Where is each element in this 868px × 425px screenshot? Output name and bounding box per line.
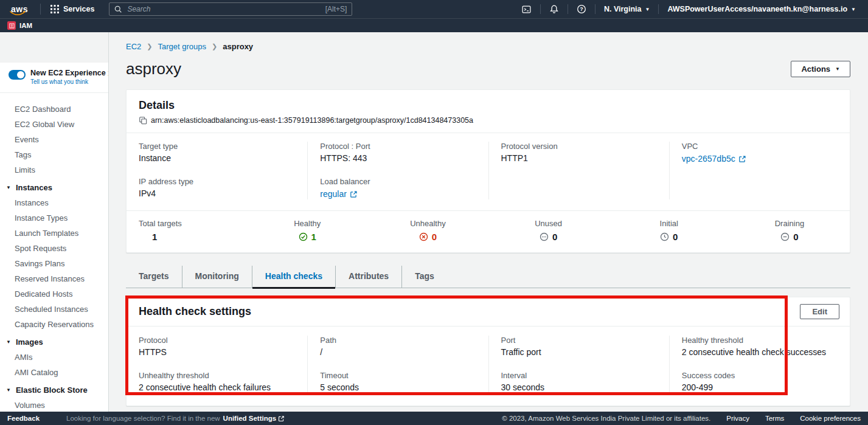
topbar-separator	[595, 4, 595, 14]
sidebar-item-reserved-instances[interactable]: Reserved Instances	[0, 271, 108, 286]
sidebar-item-scheduled-instances[interactable]: Scheduled Instances	[0, 302, 108, 317]
sidebar-section-elastic-block-store[interactable]: ▼ Elastic Block Store	[0, 380, 108, 398]
vpc-link[interactable]: vpc-2657db5c	[682, 154, 746, 164]
search-input[interactable]	[127, 5, 320, 13]
sidebar-item-capacity-reservations[interactable]: Capacity Reservations	[0, 317, 108, 332]
iam-shortcut[interactable]: IAM	[7, 21, 32, 30]
stat-value: 0	[552, 232, 557, 242]
tab-tags[interactable]: Tags	[401, 266, 447, 288]
sidebar-item-limits[interactable]: Limits	[0, 162, 108, 178]
search-icon	[114, 5, 122, 13]
feedback-button[interactable]: Feedback	[7, 415, 40, 422]
cloudshell-button[interactable]	[515, 5, 538, 14]
main-content: EC2 ❯ Target groups ❯ asproxy asproxy Ac…	[109, 32, 868, 412]
sidebar-item-amis[interactable]: AMIs	[0, 350, 108, 365]
field-label: Success codes	[682, 371, 838, 380]
topbar-separator	[540, 4, 541, 14]
sidebar-nav: EC2 Dashboard EC2 Global View Events Tag…	[0, 93, 108, 412]
health-check-heading: Health check settings	[139, 305, 251, 318]
close-icon[interactable]: ✕	[106, 69, 109, 78]
sidebar-item-savings-plans[interactable]: Savings Plans	[0, 256, 108, 271]
stat-total-targets: Total targets 1	[127, 219, 247, 242]
sidebar-item-instances[interactable]: Instances	[0, 195, 108, 210]
tell-us-link[interactable]: Tell us what you think	[30, 78, 106, 85]
link-text: Unified Settings	[223, 415, 277, 422]
section-label: Instances	[16, 183, 52, 192]
sidebar-section-instances[interactable]: ▼ Instances	[0, 178, 108, 195]
load-balancer-link[interactable]: regular	[320, 189, 358, 199]
stat-label: Total targets	[139, 219, 182, 228]
chevron-down-icon: ▼	[6, 185, 11, 190]
field-protocol-port: Protocol : Port HTTPS: 443	[320, 142, 476, 163]
tab-attributes[interactable]: Attributes	[335, 266, 401, 288]
field-load-balancer: Load balancer regular	[320, 177, 476, 199]
copy-arn-button[interactable]	[139, 116, 147, 125]
stat-value: 0	[673, 232, 678, 242]
privacy-link[interactable]: Privacy	[726, 415, 749, 422]
field-value: /	[320, 347, 476, 357]
external-link-icon	[738, 155, 746, 163]
stat-value: 1	[152, 232, 157, 242]
field-label: Protocol	[139, 336, 295, 345]
actions-button[interactable]: Actions ▼	[791, 61, 850, 77]
field-label: VPC	[682, 142, 838, 151]
field-value: Traffic port	[501, 347, 657, 357]
new-experience-toggle[interactable]	[9, 70, 26, 80]
sidebar-item-ami-catalog[interactable]: AMI Catalog	[0, 365, 108, 380]
field-interval: Interval 30 seconds	[501, 371, 657, 392]
sidebar-item-ec2-global-view[interactable]: EC2 Global View	[0, 117, 108, 132]
chevron-down-icon: ▼	[835, 66, 840, 72]
breadcrumb-target-groups-link[interactable]: Target groups	[158, 42, 207, 51]
chevron-down-icon: ▼	[6, 387, 11, 393]
sidebar-item-volumes[interactable]: Volumes	[0, 398, 108, 412]
account-label: AWSPowerUserAccess/navaneeth.kn@harness.…	[667, 5, 847, 13]
new-experience-panel: New EC2 Experience Tell us what you thin…	[0, 63, 108, 93]
tab-targets[interactable]: Targets	[126, 266, 182, 288]
sidebar-item-instance-types[interactable]: Instance Types	[0, 210, 108, 226]
check-circle-icon	[299, 232, 308, 241]
sidebar-item-events[interactable]: Events	[0, 132, 108, 147]
terms-link[interactable]: Terms	[765, 415, 784, 422]
detail-tabs: Targets Monitoring Health checks Attribu…	[126, 266, 850, 288]
field-label: IP address type	[139, 177, 295, 186]
edit-button[interactable]: Edit	[800, 304, 839, 319]
breadcrumb-ec2-link[interactable]: EC2	[126, 42, 141, 51]
tab-monitoring[interactable]: Monitoring	[182, 266, 252, 288]
stat-initial: Initial 0	[609, 219, 729, 242]
stat-label: Healthy	[294, 219, 321, 228]
field-value: 200-499	[682, 382, 838, 392]
services-menu-button[interactable]: Services	[44, 5, 100, 13]
aws-logo[interactable]: aws	[6, 4, 36, 14]
search-shortcut-hint: [Alt+S]	[325, 5, 347, 13]
account-menu[interactable]: AWSPowerUserAccess/navaneeth.kn@harness.…	[661, 5, 862, 13]
sidebar-item-spot-requests[interactable]: Spot Requests	[0, 241, 108, 256]
link-text: regular	[320, 189, 347, 199]
grid-icon	[50, 5, 59, 13]
sidebar-item-launch-templates[interactable]: Launch Templates	[0, 226, 108, 241]
field-healthy-threshold: Healthy threshold 2 consecutive health c…	[682, 336, 838, 357]
health-check-settings-card: Health check settings Edit Protocol HTTP…	[126, 297, 850, 406]
field-path: Path /	[320, 336, 476, 357]
details-card: Details arn:aws:elasticloadbalancing:us-…	[126, 89, 850, 253]
region-selector[interactable]: N. Virginia ▼	[598, 5, 656, 13]
copy-icon	[139, 116, 147, 125]
unified-settings-link[interactable]: Unified Settings	[223, 415, 285, 422]
target-group-arn: arn:aws:elasticloadbalancing:us-east-1:3…	[151, 116, 473, 125]
topbar-right-group: ? N. Virginia ▼ AWSPowerUserAccess/navan…	[515, 4, 862, 14]
global-search-box[interactable]: [Alt+S]	[109, 2, 352, 16]
tab-health-checks[interactable]: Health checks	[252, 266, 335, 288]
notifications-button[interactable]	[543, 4, 565, 14]
external-link-icon	[350, 190, 358, 198]
field-label: Target type	[139, 142, 295, 151]
sidebar-item-dedicated-hosts[interactable]: Dedicated Hosts	[0, 286, 108, 302]
chevron-down-icon: ▼	[851, 7, 856, 12]
field-value: HTTP1	[501, 153, 657, 163]
footer-bar: Feedback Looking for language selection?…	[0, 412, 868, 425]
sidebar-item-tags[interactable]: Tags	[0, 147, 108, 162]
sidebar-section-images[interactable]: ▼ Images	[0, 332, 108, 350]
sidebar-item-ec2-dashboard[interactable]: EC2 Dashboard	[0, 102, 108, 117]
help-button[interactable]: ?	[571, 4, 592, 14]
sidebar-top-strip	[0, 32, 108, 63]
cookie-preferences-link[interactable]: Cookie preferences	[800, 415, 861, 422]
aws-smile-icon	[10, 11, 26, 16]
